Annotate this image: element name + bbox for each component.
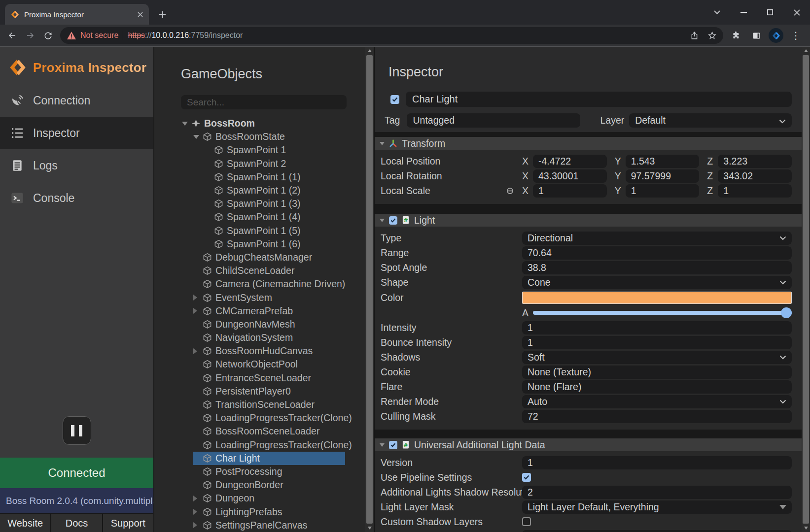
tree-item-debugcheatsmanager[interactable]: DebugCheatsManager bbox=[154, 251, 365, 264]
tree-item-postprocessing[interactable]: PostProcessing bbox=[154, 465, 365, 478]
slider-thumb[interactable] bbox=[781, 307, 792, 318]
tree-item-spawnpoint-1-1[interactable]: SpawnPoint 1 (1) bbox=[154, 170, 365, 184]
tree-item-bossroom[interactable]: BossRoom bbox=[154, 117, 365, 130]
close-window-button[interactable] bbox=[783, 0, 810, 25]
range-field[interactable]: 70.64 bbox=[522, 246, 792, 260]
url-bar[interactable]: Not secure https://10.0.0.216:7759/inspe… bbox=[60, 27, 723, 44]
scroll-up-icon[interactable] bbox=[365, 47, 374, 55]
render-mode-dropdown[interactable]: Auto bbox=[522, 395, 792, 408]
expander-icon[interactable] bbox=[193, 496, 202, 501]
tree-item-transitionsceneloader[interactable]: TransitionSceneLoader bbox=[154, 398, 365, 411]
support-link[interactable]: Support bbox=[103, 514, 153, 532]
local-rotation-y-field[interactable]: 97.57999 bbox=[626, 169, 700, 183]
shadow-layer-mask-dropdown[interactable]: Light Layer Default, Everything bbox=[522, 530, 792, 532]
universal-section-header[interactable]: # Universal Additional Light Data bbox=[375, 438, 802, 451]
tree-item-bossroomstate[interactable]: BossRoomState bbox=[154, 130, 365, 143]
use-pipeline-settings-checkbox[interactable] bbox=[522, 473, 531, 482]
tree-item-bossroomhudcanvas[interactable]: BossRoomHudCanvas bbox=[154, 344, 365, 358]
intensity-field[interactable]: 1 bbox=[522, 321, 792, 334]
tree-item-dungeon[interactable]: Dungeon bbox=[154, 492, 365, 505]
pause-button[interactable] bbox=[63, 416, 91, 445]
color-swatch[interactable] bbox=[522, 292, 792, 304]
expander-icon[interactable] bbox=[182, 122, 190, 126]
tree-item-eventsystem[interactable]: EventSystem bbox=[154, 291, 365, 304]
back-icon[interactable] bbox=[4, 27, 21, 44]
expander-icon[interactable] bbox=[193, 348, 202, 354]
tree-item-dungeonborder[interactable]: DungeonBorder bbox=[154, 478, 365, 492]
tree-item-spawnpoint-1-6[interactable]: SpawnPoint 1 (6) bbox=[154, 237, 365, 251]
collapse-icon[interactable] bbox=[380, 443, 385, 447]
version-field[interactable]: 1 bbox=[522, 456, 792, 469]
name-field[interactable]: Char Light bbox=[406, 92, 792, 107]
component-enabled-checkbox[interactable] bbox=[389, 441, 397, 449]
extensions-icon[interactable] bbox=[727, 27, 744, 44]
sidebar-item-console[interactable]: Console bbox=[0, 182, 153, 214]
local-position-y-field[interactable]: 1.543 bbox=[626, 155, 700, 168]
sidebar-item-connection[interactable]: Connection bbox=[0, 84, 153, 117]
scrollbar-thumb[interactable] bbox=[803, 55, 809, 524]
alpha-slider[interactable] bbox=[533, 307, 792, 318]
tree-item-entrancesceneloader[interactable]: EntranceSceneLoader bbox=[154, 371, 365, 385]
tree-item-childsceneloader[interactable]: ChildSceneLoader bbox=[154, 264, 365, 277]
browser-menu-icon[interactable]: ⋮ bbox=[787, 27, 804, 44]
local-rotation-x-field[interactable]: 43.30001 bbox=[533, 169, 607, 183]
tab-close-icon[interactable] bbox=[138, 12, 143, 17]
minimize-button[interactable] bbox=[730, 0, 757, 25]
bounce-intensity-field[interactable]: 1 bbox=[522, 336, 792, 349]
expander-icon[interactable] bbox=[193, 135, 202, 139]
light-layer-mask-dropdown[interactable]: Light Layer Default, Everything bbox=[522, 500, 792, 514]
new-tab-button[interactable] bbox=[154, 6, 171, 23]
collapse-icon[interactable] bbox=[380, 142, 385, 145]
light-section-header[interactable]: # Light bbox=[375, 214, 802, 227]
component-enabled-checkbox[interactable] bbox=[389, 216, 397, 225]
gameobjects-scrollbar[interactable] bbox=[365, 47, 374, 532]
tree-item-spawnpoint-1-3[interactable]: SpawnPoint 1 (3) bbox=[154, 197, 365, 210]
spot-angle-field[interactable]: 38.8 bbox=[522, 261, 792, 274]
tree-item-persistentplayer0[interactable]: PersistentPlayer0 bbox=[154, 385, 365, 398]
scrollbar-thumb[interactable] bbox=[366, 55, 373, 524]
flare-field[interactable]: None (Flare) bbox=[522, 380, 792, 394]
scroll-down-icon[interactable] bbox=[365, 524, 374, 532]
bookmark-star-icon[interactable] bbox=[704, 28, 719, 43]
local-position-z-field[interactable]: 3.223 bbox=[718, 155, 792, 168]
transform-section-header[interactable]: Transform bbox=[375, 137, 802, 150]
search-input[interactable] bbox=[181, 95, 347, 109]
browser-tab[interactable]: Proxima Inspector bbox=[5, 4, 149, 25]
maximize-button[interactable] bbox=[757, 0, 783, 25]
tree-item-dungeonnavmesh[interactable]: DungeonNavMesh bbox=[154, 318, 365, 331]
expander-icon[interactable] bbox=[193, 522, 202, 528]
tree-item-spawnpoint-1-5[interactable]: SpawnPoint 1 (5) bbox=[154, 224, 365, 237]
expander-icon[interactable] bbox=[193, 295, 202, 300]
local-scale-y-field[interactable]: 1 bbox=[626, 184, 700, 198]
tree-item-networkobjectpool[interactable]: NetworkObjectPool bbox=[154, 358, 365, 371]
tree-item-cmcameraprefab[interactable]: CMCameraPrefab bbox=[154, 304, 365, 318]
shape-dropdown[interactable]: Cone bbox=[522, 276, 792, 289]
tree-item-navigationsystem[interactable]: NavigationSystem bbox=[154, 331, 365, 344]
sidebar-item-inspector[interactable]: Inspector bbox=[0, 117, 153, 149]
local-rotation-z-field[interactable]: 343.02 bbox=[718, 169, 792, 183]
inspector-scrollbar[interactable] bbox=[802, 47, 810, 532]
docs-link[interactable]: Docs bbox=[51, 514, 103, 532]
tree-item-spawnpoint-2[interactable]: SpawnPoint 2 bbox=[154, 157, 365, 170]
additional-lights-shadow-resoluti-field[interactable]: 2 bbox=[522, 486, 792, 499]
tab-search-icon[interactable] bbox=[704, 0, 730, 25]
tree-item-lightingprefabs[interactable]: LightingPrefabs bbox=[154, 505, 365, 518]
local-scale-z-field[interactable]: 1 bbox=[718, 184, 792, 198]
website-link[interactable]: Website bbox=[0, 514, 51, 532]
culling-mask-field[interactable]: 72 bbox=[522, 410, 792, 423]
side-panel-icon[interactable] bbox=[748, 27, 765, 44]
local-scale-x-field[interactable]: 1 bbox=[533, 184, 607, 198]
custom-shadow-layers-checkbox[interactable] bbox=[522, 517, 531, 526]
profile-avatar[interactable] bbox=[769, 28, 783, 43]
tree-item-settingspanelcanvas[interactable]: SettingsPanelCanvas bbox=[154, 519, 365, 532]
cookie-field[interactable]: None (Texture) bbox=[522, 366, 792, 379]
tag-field[interactable]: Untagged bbox=[407, 113, 580, 128]
reload-icon[interactable] bbox=[39, 27, 56, 44]
tree-item-spawnpoint-1-2[interactable]: SpawnPoint 1 (2) bbox=[154, 184, 365, 197]
tree-item-spawnpoint-1[interactable]: SpawnPoint 1 bbox=[154, 143, 365, 157]
tree-item-camera-cinemachine-driven[interactable]: Camera (Cinemachine Driven) bbox=[154, 277, 365, 291]
scroll-down-icon[interactable] bbox=[802, 524, 810, 532]
link-icon[interactable] bbox=[506, 187, 514, 195]
tree-item-char-light[interactable]: Char Light bbox=[154, 452, 365, 465]
forward-icon[interactable] bbox=[22, 27, 38, 44]
